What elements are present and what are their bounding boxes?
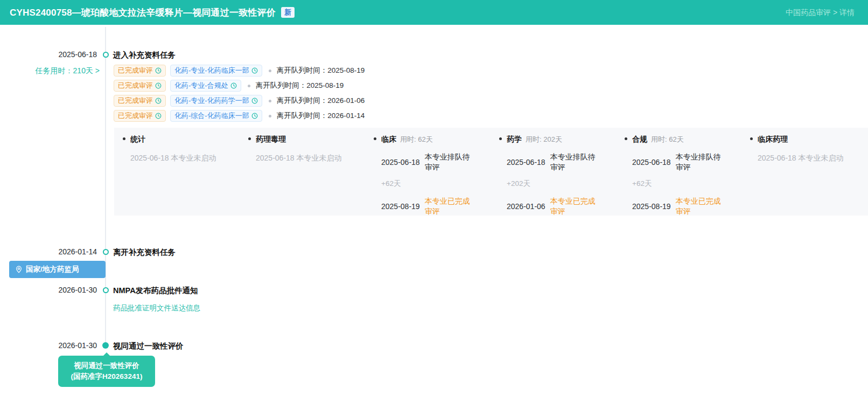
review-status-tag[interactable]: 已完成审评 xyxy=(114,95,166,107)
department-label: 化药-综合-化药临床一部 xyxy=(174,110,249,121)
clock-icon xyxy=(251,67,258,74)
review-status-tag[interactable]: 已完成审评 xyxy=(114,80,166,92)
event3-date: 2026-01-30 xyxy=(0,286,97,294)
specialty-panel: 统计 2025-06-18 本专业未启动 药理毒理 2025-06-18 本专业… xyxy=(114,128,868,216)
bullet-icon xyxy=(248,137,251,140)
department-tag[interactable]: 化药-专业-化药药学一部 xyxy=(170,95,262,107)
step-gap: +62天 xyxy=(632,179,736,189)
specialty-step: 2025-08-19 本专业已完成审评 xyxy=(632,196,736,217)
timeline-line xyxy=(105,27,106,345)
agency-badge[interactable]: 国家/地方药监局 xyxy=(9,261,106,278)
agency-badge-label: 国家/地方药监局 xyxy=(26,265,79,274)
specialty-column-clinpharm: 临床药理 2025-06-18 本专业未启动 xyxy=(741,128,867,216)
step-date: 2025-08-19 xyxy=(381,202,420,211)
step-status: 本专业已完成审评 xyxy=(425,196,474,217)
specialty-column-statistics: 统计 2025-06-18 本专业未启动 xyxy=(114,128,240,216)
department-label: 化药-专业-合规处 xyxy=(174,80,228,91)
specialty-step: 2025-08-19 本专业已完成审评 xyxy=(381,196,485,217)
event4-marker-icon xyxy=(102,342,109,349)
queue-row: 已完成审评 化药-专业-合规处 离开队列时间：2025-08-19 xyxy=(114,80,344,92)
leave-queue-time: 离开队列时间：2026-01-14 xyxy=(277,111,365,121)
review-status-label: 已完成审评 xyxy=(118,95,153,106)
queue-row: 已完成审评 化药-专业-化药临床一部 离开队列时间：2025-08-19 xyxy=(114,65,365,77)
step-date: 2026-01-06 xyxy=(507,202,545,211)
queue-row: 已完成审评 化药-专业-化药药学一部 离开队列时间：2026-01-06 xyxy=(114,95,365,107)
review-status-tag[interactable]: 已完成审评 xyxy=(114,65,166,77)
review-status-label: 已完成审评 xyxy=(118,110,153,121)
specialty-column-clinical: 临床 用时: 62天 2025-06-18 本专业排队待审评 +62天 2025… xyxy=(365,128,491,216)
specialty-name: 药学 xyxy=(507,135,522,144)
clock-icon xyxy=(155,98,162,104)
specialty-status: 2025-06-18 本专业未启动 xyxy=(130,154,234,163)
clock-icon xyxy=(251,98,258,104)
review-status-label: 已完成审评 xyxy=(118,65,153,76)
step-date: 2025-06-18 xyxy=(507,158,545,167)
specialty-step: 2025-06-18 本专业排队待审评 xyxy=(381,152,485,172)
header-bar: CYHS2400758—琥珀酸地文拉法辛缓释片—视同通过一致性评价 新 中国药品… xyxy=(0,0,868,25)
event3-marker-icon xyxy=(103,287,109,293)
page: CYHS2400758—琥珀酸地文拉法辛缓释片—视同通过一致性评价 新 中国药品… xyxy=(0,0,868,409)
bullet-icon xyxy=(374,137,376,140)
specialty-duration: 用时: 202天 xyxy=(526,135,562,144)
event1-date: 2025-06-18 xyxy=(0,50,97,59)
bullet-icon xyxy=(750,137,753,140)
page-title: CYHS2400758—琥珀酸地文拉法辛缓释片—视同通过一致性评价 xyxy=(10,6,276,19)
bullet-icon xyxy=(123,137,125,140)
step-status: 本专业已完成审评 xyxy=(676,196,725,217)
specialty-name: 统计 xyxy=(130,135,145,144)
specialty-name: 临床药理 xyxy=(758,135,788,144)
event4-date: 2026-01-30 xyxy=(0,341,97,350)
approval-document-link[interactable]: 药品批准证明文件送达信息 xyxy=(113,303,200,313)
review-status-tag[interactable]: 已完成审评 xyxy=(114,110,166,122)
step-status: 本专业排队待审评 xyxy=(676,152,725,172)
specialty-step: 2026-01-06 本专业已完成审评 xyxy=(507,196,611,217)
step-gap: +202天 xyxy=(507,179,611,189)
specialty-duration: 用时: 62天 xyxy=(400,135,433,144)
department-label: 化药-专业-化药临床一部 xyxy=(174,65,249,76)
tooltip-line1: 视同通过一致性评价 xyxy=(62,361,151,371)
department-tag[interactable]: 化药-专业-化药临床一部 xyxy=(170,65,262,77)
approval-tooltip: 视同通过一致性评价 (国药准字H20263241) xyxy=(58,356,155,387)
task-duration-link[interactable]: 任务用时：210天 > xyxy=(0,66,100,76)
event4-title: 视同通过一致性评价 xyxy=(113,341,184,351)
specialty-column-compliance: 合规 用时: 62天 2025-06-18 本专业排队待审评 +62天 2025… xyxy=(616,128,741,216)
separator-dot xyxy=(248,85,250,87)
step-date: 2025-08-19 xyxy=(632,202,671,211)
separator-dot xyxy=(269,70,271,72)
department-tag[interactable]: 化药-综合-化药临床一部 xyxy=(170,110,262,122)
specialty-name: 药理毒理 xyxy=(256,135,286,144)
clock-icon xyxy=(155,82,162,89)
event1-title: 进入补充资料任务 xyxy=(113,50,176,60)
tooltip-arrow-icon xyxy=(103,352,110,356)
clock-icon xyxy=(230,82,237,89)
event2-title: 离开补充资料任务 xyxy=(113,247,176,258)
event2-marker-icon xyxy=(103,249,109,255)
specialty-name: 合规 xyxy=(632,135,647,144)
specialty-column-pharmacy: 药学 用时: 202天 2025-06-18 本专业排队待审评 +202天 20… xyxy=(491,128,616,216)
specialty-step: 2025-06-18 本专业排队待审评 xyxy=(507,152,611,172)
separator-dot xyxy=(269,115,271,117)
new-badge: 新 xyxy=(281,7,295,18)
event1-marker-icon xyxy=(103,52,109,58)
bullet-icon xyxy=(499,137,502,140)
specialty-column-pharmtox: 药理毒理 2025-06-18 本专业未启动 xyxy=(240,128,365,216)
department-label: 化药-专业-化药药学一部 xyxy=(174,95,249,106)
step-status: 本专业排队待审评 xyxy=(550,152,600,172)
event3-title: NMPA发布药品批件通知 xyxy=(113,286,198,296)
queue-row: 已完成审评 化药-综合-化药临床一部 离开队列时间：2026-01-14 xyxy=(114,110,365,122)
specialty-duration: 用时: 62天 xyxy=(651,135,684,144)
review-status-label: 已完成审评 xyxy=(118,80,153,91)
event2-date: 2026-01-14 xyxy=(0,247,97,256)
leave-queue-time: 离开队列时间：2026-01-06 xyxy=(277,96,365,106)
tooltip-line2: (国药准字H20263241) xyxy=(62,371,151,382)
location-pin-icon xyxy=(15,266,23,273)
step-status: 本专业排队待审评 xyxy=(425,152,474,172)
specialty-step: 2025-06-18 本专业排队待审评 xyxy=(632,152,736,172)
breadcrumb[interactable]: 中国药品审评 > 详情 xyxy=(786,8,855,18)
clock-icon xyxy=(155,67,162,74)
step-date: 2025-06-18 xyxy=(381,158,420,167)
step-gap: +62天 xyxy=(381,179,485,189)
department-tag[interactable]: 化药-专业-合规处 xyxy=(170,80,241,92)
clock-icon xyxy=(251,113,258,119)
separator-dot xyxy=(269,100,271,102)
